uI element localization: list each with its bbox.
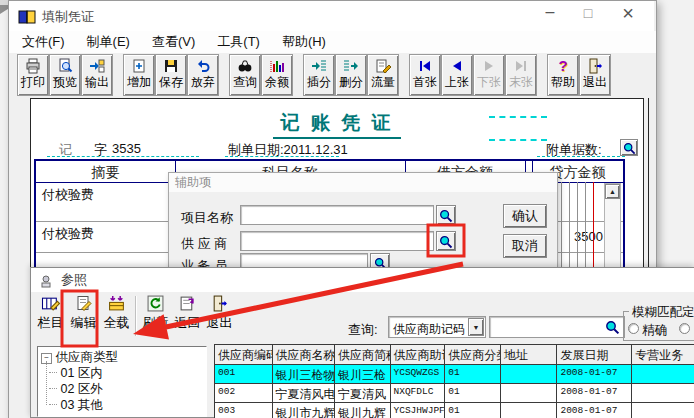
toolbar-first-button[interactable]: 首张 [409,54,441,96]
help-icon: ? [548,57,578,75]
ref-toolbar-exit-button[interactable]: 退出 [204,294,235,340]
dashed-line [489,139,547,141]
dashed-underline [225,156,339,157]
query-magnifier-icon[interactable] [605,319,620,335]
minimize-button[interactable]: – [532,3,568,27]
exit-door-icon [580,57,610,75]
tree-item-outside-area[interactable]: 02 区外 [49,381,206,397]
preview-icon [50,57,80,75]
binoculars-icon [230,57,260,75]
menu-file[interactable]: 文件(F) [11,30,76,54]
toolbar-add-button[interactable]: 增加 [123,54,155,96]
menu-view[interactable]: 查看(V) [141,30,206,54]
dropdown-arrow-button[interactable]: ▼ [468,318,484,336]
menu-help[interactable]: 帮助(H) [271,30,337,54]
ref-toolbar-return-button[interactable]: 返回 [172,294,203,340]
ref-toolbar-separator [135,296,137,336]
summary-cell[interactable]: 付校验费 [42,225,94,243]
col-header[interactable]: 供应商分类 [445,345,501,364]
tree-branch-line [49,372,57,373]
col-header[interactable]: 专营业务 [632,345,694,364]
table-row[interactable]: 003 银川市九辉 银川九辉 YCSJHWJPFB 01 2008-01-07 [215,403,694,418]
prev-record-icon [442,57,472,75]
tree-root-supplier-type[interactable]: − 供应商类型 [41,349,206,365]
toolbar-print-button[interactable]: 打印 [17,54,49,96]
project-search-button[interactable] [436,205,456,225]
tree-branch-line [49,388,57,389]
toolbar-prev-button[interactable]: 上张 [441,54,473,96]
toolbar-output-button[interactable]: 输出 [81,54,113,96]
menu-bar: 文件(F) 制单(E) 查看(V) 工具(T) 帮助(H) [9,31,656,53]
query-type-dropdown[interactable]: 供应商助记码 ▼ [388,316,486,338]
supplier-tree-panel: − 供应商类型 01 区内 02 区外 03 其他 [37,346,207,417]
col-header[interactable]: 地址 [501,345,558,364]
ref-toolbar-columns-button[interactable]: 栏目 [35,294,66,340]
toolbar-delete-split-button[interactable]: 删分 [335,54,367,96]
voucher-header-summary: 摘要 [36,164,175,182]
credit-amount-cell[interactable]: 3500 [574,229,603,244]
col-header[interactable]: 发展日期 [557,345,632,364]
toolbar-insert-split-button[interactable]: 插分 [303,54,335,96]
scroll-up-button[interactable]: ▲ [605,184,620,199]
scroll-up-icon: ▲ [609,188,616,195]
col-header[interactable]: 供应商名称 [273,345,335,364]
project-name-label: 项目名称 [181,209,233,227]
menu-make-voucher[interactable]: 制单(E) [76,30,141,54]
export-icon [82,57,112,75]
maximize-button[interactable]: □ [570,5,606,29]
refresh-icon [140,295,171,314]
voucher-title: 记 账 凭 证 [31,110,643,139]
match-precise-radio[interactable] [628,323,639,334]
voucher-window-titlebar[interactable]: 填制凭证 – □ × [9,1,654,31]
project-name-input[interactable] [240,205,434,225]
undo-icon [188,57,218,75]
toolbar-preview-button[interactable]: 预览 [49,54,81,96]
ref-toolbar-load-all-button[interactable]: 全载 [101,294,132,340]
close-button[interactable]: × [610,2,646,28]
tree-guide-line [46,361,48,405]
query-type-value: 供应商助记码 [393,321,465,338]
tree-item-inside-area[interactable]: 01 区内 [49,365,206,381]
col-header[interactable]: 供应商简称 [335,345,391,364]
supplier-input[interactable] [240,231,434,251]
printer-icon [18,57,48,75]
add-page-icon [124,57,154,75]
table-row[interactable]: 002 宁夏清风电 宁夏清风 NXQFDLC 01 2008-01-07 [215,384,694,403]
toolbar-discard-button[interactable]: 放弃 [187,54,219,96]
match-fuzzy-radio[interactable] [679,323,690,334]
first-record-icon [410,57,440,75]
aux-dialog-titlebar[interactable]: 辅助项 [169,173,557,192]
bar-chart-icon [262,57,292,75]
toolbar-last-button: 末张 [505,54,537,96]
attach-search-button[interactable] [620,139,638,156]
tree-item-other[interactable]: 03 其他 [49,397,206,413]
col-header[interactable]: 供应商编码 [215,345,273,364]
toolbar-exit-button[interactable]: 退出 [579,54,611,96]
confirm-button[interactable]: 确认 [503,204,547,228]
toolbar-flow-button[interactable]: 流量 [367,54,399,96]
load-all-icon [101,295,132,314]
ref-toolbar-edit-button[interactable]: 编辑 [68,294,99,340]
toolbar-balance-button[interactable]: 余额 [261,54,293,96]
query-label: 查询: [348,321,378,339]
dashed-line [489,116,547,118]
summary-cell[interactable]: 付校验费 [42,186,94,204]
magnifier-icon [439,207,453,223]
toolbar-help-button[interactable]: ? 帮助 [547,54,579,96]
cancel-button[interactable]: 取消 [503,234,547,258]
supplier-label: 供 应 商 [181,235,227,253]
reference-window-icon [39,273,54,289]
menu-tools[interactable]: 工具(T) [206,30,271,54]
toolbar-save-button[interactable]: 保存 [155,54,187,96]
supplier-table: 供应商编码 供应商名称 供应商简称 供应商助记 供应商分类 地址 发展日期 专营… [214,344,694,418]
table-row[interactable]: 001 银川三枪物 银川三枪 YCSQWZGS 01 2008-01-07 [215,365,694,384]
match-precise-label: 精确 [642,322,667,339]
match-mode-group-title: 模糊匹配定 [629,304,694,321]
magnifier-icon [623,140,636,155]
reference-window-titlebar[interactable]: 参照 [31,268,694,292]
toolbar-query-button[interactable]: 查询 [229,54,261,96]
supplier-search-button[interactable] [436,231,456,251]
ref-toolbar-refresh-button[interactable]: 刷新 [140,294,171,340]
col-header[interactable]: 供应商助记 [391,345,446,364]
app-icon [18,8,36,25]
